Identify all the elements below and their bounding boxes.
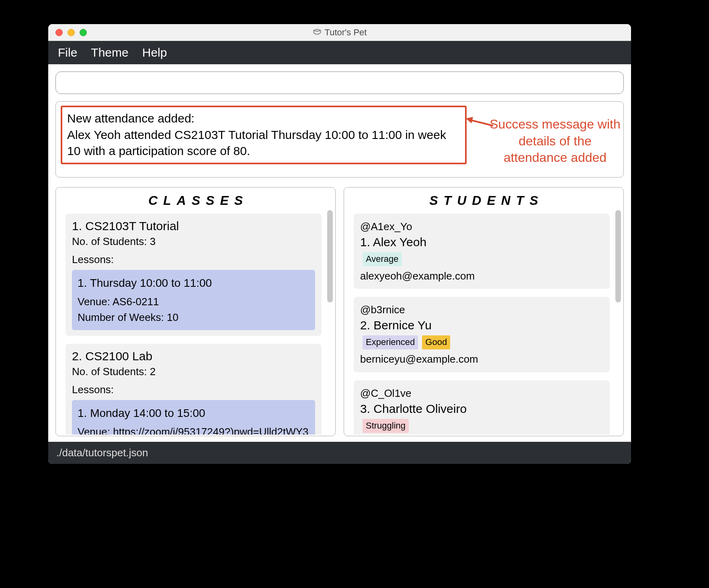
result-display: New attendance added: Alex Yeoh attended…: [55, 101, 624, 178]
student-name: 1. Alex Yeoh: [360, 234, 603, 251]
student-name: 2. Bernice Yu: [360, 317, 603, 334]
class-card[interactable]: 2. CS2100 Lab No. of Students: 2 Lessons…: [66, 344, 322, 435]
class-student-count: No. of Students: 2: [72, 365, 315, 378]
tag: Struggling: [363, 419, 409, 433]
result-message-box: New attendance added: Alex Yeoh attended…: [61, 106, 467, 164]
app-icon: [313, 28, 322, 37]
tag: Average: [363, 252, 402, 266]
lesson-venue: Venue: AS6-0211: [78, 294, 309, 310]
classes-list: 1. CS2103T Tutorial No. of Students: 3 L…: [66, 214, 331, 435]
students-panel-title: STUDENTS: [354, 193, 619, 208]
annotation-label: Success message with details of the atte…: [487, 116, 623, 166]
class-header: 1. CS2103T Tutorial: [72, 219, 315, 233]
titlebar: Tutor's Pet: [48, 24, 631, 41]
student-name: 3. Charlotte Oliveiro: [360, 400, 603, 417]
student-tags: Struggling: [363, 419, 603, 433]
command-input[interactable]: [55, 71, 624, 94]
lessons-label: Lessons:: [72, 384, 315, 396]
window-title: Tutor's Pet: [48, 27, 631, 38]
tag: Good: [422, 335, 450, 349]
student-tags: Average: [363, 252, 603, 266]
content-area: New attendance added: Alex Yeoh attended…: [48, 64, 631, 436]
lesson-card: 1. Thursday 10:00 to 11:00 Venue: AS6-02…: [72, 270, 315, 330]
menu-file[interactable]: File: [58, 46, 77, 59]
app-window: Tutor's Pet File Theme Help New attendan…: [48, 24, 631, 464]
lesson-title: 1. Monday 14:00 to 15:00: [78, 405, 309, 422]
tag: Experienced: [363, 335, 418, 349]
students-list: @A1ex_Yo 1. Alex Yeoh Average alexyeoh@e…: [354, 214, 619, 435]
student-tags: Experienced Good: [363, 335, 603, 349]
close-icon[interactable]: [55, 29, 63, 36]
panels-row: CLASSES 1. CS2103T Tutorial No. of Stude…: [55, 187, 624, 436]
result-message-text: New attendance added: Alex Yeoh attended…: [67, 112, 446, 157]
student-handle: @b3rnice: [360, 302, 603, 317]
class-header: 2. CS2100 Lab: [72, 349, 315, 363]
traffic-lights: [48, 29, 87, 36]
menu-help[interactable]: Help: [142, 46, 167, 59]
classes-panel-title: CLASSES: [66, 193, 331, 208]
class-card[interactable]: 1. CS2103T Tutorial No. of Students: 3 L…: [66, 214, 322, 336]
lessons-label: Lessons:: [72, 253, 315, 266]
student-handle: @A1ex_Yo: [360, 219, 603, 234]
lesson-title: 1. Thursday 10:00 to 11:00: [78, 275, 309, 292]
lesson-venue: Venue: https://zoom/j/95317249?)pwd=Ulld…: [78, 424, 309, 435]
svg-marker-1: [466, 117, 473, 123]
classes-panel: CLASSES 1. CS2103T Tutorial No. of Stude…: [55, 187, 336, 436]
student-card[interactable]: @b3rnice 2. Bernice Yu Experienced Good …: [354, 297, 610, 372]
student-card[interactable]: @C_Ol1ve 3. Charlotte Oliveiro Strugglin…: [354, 380, 610, 435]
statusbar: ./data/tutorspet.json: [48, 442, 631, 464]
student-email: alexyeoh@example.com: [360, 269, 603, 283]
students-panel: STUDENTS @A1ex_Yo 1. Alex Yeoh Average a…: [344, 187, 624, 436]
student-email: berniceyu@example.com: [360, 352, 603, 366]
lesson-weeks: Number of Weeks: 10: [78, 310, 309, 325]
lesson-card: 1. Monday 14:00 to 15:00 Venue: https://…: [72, 400, 315, 435]
maximize-icon[interactable]: [80, 29, 87, 36]
menubar: File Theme Help: [48, 41, 631, 64]
student-card[interactable]: @A1ex_Yo 1. Alex Yeoh Average alexyeoh@e…: [354, 214, 610, 289]
minimize-icon[interactable]: [68, 29, 75, 36]
class-student-count: No. of Students: 3: [72, 235, 315, 248]
window-title-text: Tutor's Pet: [325, 27, 367, 38]
student-handle: @C_Ol1ve: [360, 386, 603, 400]
status-path: ./data/tutorspet.json: [56, 447, 148, 459]
menu-theme[interactable]: Theme: [91, 46, 128, 59]
